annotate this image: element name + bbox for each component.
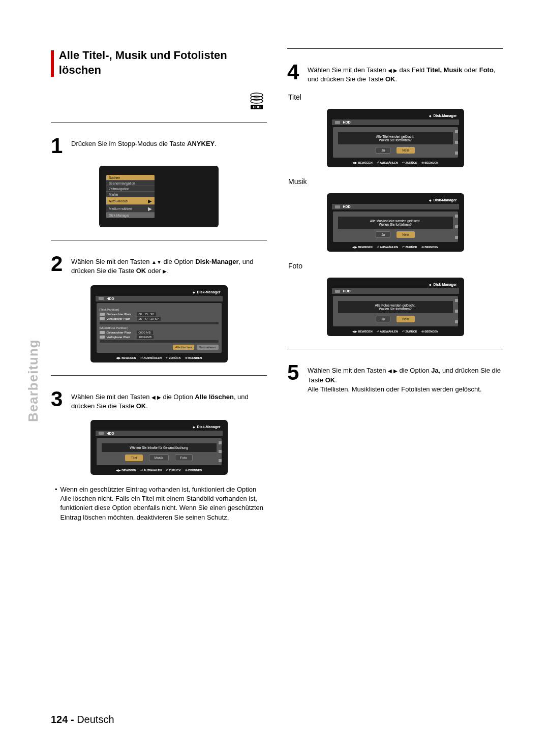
hdd-label: HDD — [251, 105, 262, 109]
left-column: Alle Titel-, Musik und Fotolisten lösche… — [51, 48, 267, 522]
menu-item: Medium wählen▶ — [106, 205, 155, 213]
btn-delete-all: Alle löschen — [173, 345, 194, 350]
step-text: Wählen Sie mit den Tasten ◀ ▶ die Option… — [308, 362, 503, 394]
opt-titel: Titel — [125, 455, 142, 461]
btn-yes: Ja — [376, 147, 390, 154]
drive-icon — [99, 297, 104, 300]
label-musik: Musik — [288, 177, 503, 186]
step-number: 1 — [51, 135, 66, 157]
btn-yes: Ja — [376, 231, 390, 238]
anykey-menu: Suchen Szenennavigation Zeitnavigation M… — [106, 175, 155, 218]
step-3: 3 Wählen Sie mit den Tasten ◀ ▶ die Opti… — [51, 388, 267, 411]
page-footer: 124 - Deutsch — [51, 714, 114, 725]
menu-item: Suchen — [106, 175, 155, 180]
step-text: Wählen Sie mit den Tasten ◀ ▶ das Feld T… — [308, 62, 503, 84]
menu-item: Zeitnavigation — [106, 186, 155, 192]
hdd-icon: HDD — [247, 93, 267, 109]
section-title-text: Alle Titel-, Musik und Fotolisten lösche… — [59, 48, 267, 77]
step-number: 2 — [51, 253, 66, 275]
btn-no: Nein — [396, 147, 414, 154]
screenshot-disk-manager: ◆ Disk-Manager HDD [Titel-Partition] Geb… — [90, 285, 228, 362]
screenshot-footer: ◀▶ BEWEGEN ⏎ AUSWÄHLEN ↶ ZURÜCK ⊗ BEENDE… — [95, 355, 224, 359]
red-accent-bar — [51, 50, 54, 77]
divider — [51, 240, 267, 240]
step-5: 5 Wählen Sie mit den Tasten ◀ ▶ die Opti… — [287, 362, 503, 394]
menu-item: Disk-Manager — [106, 213, 155, 218]
step-text: Drücken Sie im Stopp-Modus die Taste ANY… — [71, 135, 217, 148]
step-4: 4 Wählen Sie mit den Tasten ◀ ▶ das Feld… — [287, 62, 503, 84]
step-number: 4 — [287, 62, 302, 83]
menu-item: Marke — [106, 192, 155, 197]
divider — [287, 349, 503, 349]
menu-item: Aufn.-Modus▶ — [106, 197, 155, 205]
step-number: 3 — [51, 388, 66, 410]
btn-no: Nein — [396, 316, 414, 322]
page-language: Deutsch — [77, 714, 114, 725]
step-2: 2 Wählen Sie mit den Tasten ▲▼ die Optio… — [51, 253, 267, 276]
opt-foto: Foto — [175, 455, 193, 461]
section-title: Alle Titel-, Musik und Fotolisten lösche… — [51, 48, 267, 77]
step-text: Wählen Sie mit den Tasten ▲▼ die Option … — [71, 253, 267, 276]
divider — [51, 375, 267, 376]
manual-page: Bearbeitung Alle Titel-, Musik und Fotol… — [0, 0, 549, 756]
page-number: 124 - — [51, 714, 74, 725]
menu-item: Szenennavigation — [106, 180, 155, 186]
divider — [287, 48, 503, 49]
note: •Wenn ein geschützter Eintrag vorhanden … — [51, 485, 267, 522]
label-foto: Foto — [288, 262, 503, 270]
opt-musik: Musik — [149, 455, 169, 461]
step-number: 5 — [287, 362, 302, 383]
screenshot-menu: Suchen Szenennavigation Zeitnavigation M… — [99, 166, 219, 227]
btn-no: Nein — [396, 231, 414, 238]
svg-point-2 — [251, 99, 263, 103]
screenshot-confirm-foto: ◆ Disk-Manager HDD Alle Fotos werden gel… — [327, 278, 464, 336]
screenshot-confirm-musik: ◆ Disk-Manager HDD Alle Musikstücke werd… — [327, 193, 464, 252]
btn-yes: Ja — [376, 316, 390, 322]
screenshot-select-content: ◆ Disk-Manager HDD Wählen Sie Inhalte fü… — [90, 420, 228, 475]
btn-format: Formatieren — [197, 345, 218, 350]
screenshot-confirm-titel: ◆ Disk-Manager HDD Alle Titel werden gel… — [327, 109, 464, 167]
step-1: 1 Drücken Sie im Stopp-Modus die Taste A… — [51, 135, 267, 157]
divider — [51, 122, 267, 123]
label-titel: Titel — [288, 93, 503, 101]
side-tab-label: Bearbeitung — [25, 339, 41, 422]
step-text: Wählen Sie mit den Tasten ◀ ▶ die Option… — [71, 388, 267, 411]
right-column: 4 Wählen Sie mit den Tasten ◀ ▶ das Feld… — [287, 48, 503, 522]
